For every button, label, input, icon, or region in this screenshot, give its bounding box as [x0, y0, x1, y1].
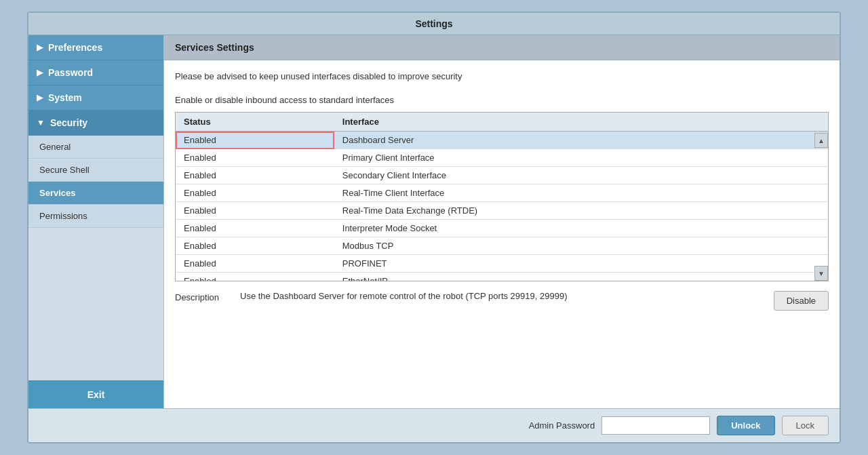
advisory-text: Please be advised to keep unused interfa…: [175, 71, 829, 81]
cell-status: Enabled: [176, 220, 334, 237]
lock-button[interactable]: Lock: [782, 416, 829, 435]
sidebar: ▶Preferences▶Password▶System▼SecurityGen…: [28, 35, 164, 408]
scroll-down-button[interactable]: ▼: [814, 266, 828, 281]
table-row[interactable]: EnabledInterpreter Mode Socket: [176, 220, 828, 237]
description-text: Use the Dashboard Server for remote cont…: [240, 291, 763, 301]
settings-window: Settings ▶Preferences▶Password▶System▼Se…: [27, 12, 841, 443]
cell-interface: Interpreter Mode Socket: [334, 220, 828, 237]
cell-status: Enabled: [176, 255, 334, 273]
arrow-icon: ▼: [37, 118, 45, 127]
sidebar-item-system[interactable]: ▶System: [28, 85, 163, 111]
unlock-button[interactable]: Unlock: [717, 416, 774, 435]
table-row[interactable]: EnabledReal-Time Data Exchange (RTDE): [176, 202, 828, 220]
interface-table: Status Interface EnabledDashboard Server…: [176, 113, 828, 281]
sidebar-subitem-general[interactable]: General: [28, 136, 163, 159]
sidebar-subitem-permissions[interactable]: Permissions: [28, 205, 163, 228]
disable-button[interactable]: Disable: [774, 291, 829, 311]
scroll-up-button[interactable]: ▲: [814, 133, 828, 148]
cell-interface: Modbus TCP: [334, 237, 828, 255]
main-body: Please be advised to keep unused interfa…: [164, 60, 840, 408]
cell-status: Enabled: [176, 132, 334, 149]
sidebar-subitem-secure-shell[interactable]: Secure Shell: [28, 159, 163, 182]
content-area: ▶Preferences▶Password▶System▼SecurityGen…: [28, 35, 840, 408]
cell-status: Enabled: [176, 184, 334, 202]
sidebar-subitem-services[interactable]: Services: [28, 182, 163, 205]
cell-status: Enabled: [176, 202, 334, 220]
sidebar-item-password[interactable]: ▶Password: [28, 60, 163, 85]
sidebar-item-preferences[interactable]: ▶Preferences: [28, 35, 163, 60]
footer: Admin Password Unlock Lock: [28, 408, 840, 442]
interface-table-container: Status Interface EnabledDashboard Server…: [175, 112, 829, 281]
sidebar-spacer: [28, 228, 163, 380]
table-row[interactable]: EnabledPrimary Client Interface: [176, 149, 828, 167]
cell-interface: Real-Time Data Exchange (RTDE): [334, 202, 828, 220]
title-bar: Settings: [28, 13, 840, 35]
section-header: Services Settings: [164, 35, 840, 60]
cell-status: Enabled: [176, 273, 334, 282]
arrow-icon: ▶: [37, 43, 43, 52]
cell-interface: Primary Client Interface: [334, 149, 828, 167]
table-row[interactable]: EnabledDashboard Server: [176, 132, 828, 149]
cell-interface: PROFINET: [334, 255, 828, 273]
arrow-icon: ▶: [37, 93, 43, 102]
description-row: Description Use the Dashboard Server for…: [175, 281, 829, 311]
cell-interface: Dashboard Server: [334, 132, 828, 149]
description-label: Description: [175, 291, 229, 302]
cell-interface: Real-Time Client Interface: [334, 184, 828, 202]
enable-text: Enable or disable inbound access to stan…: [175, 95, 829, 105]
cell-status: Enabled: [176, 149, 334, 167]
cell-interface: EtherNet/IP: [334, 273, 828, 282]
exit-button[interactable]: Exit: [28, 380, 163, 408]
sidebar-item-security[interactable]: ▼Security: [28, 111, 163, 136]
col-interface: Interface: [334, 113, 828, 132]
cell-status: Enabled: [176, 237, 334, 255]
table-row[interactable]: EnabledPROFINET: [176, 255, 828, 273]
password-label: Admin Password: [529, 420, 595, 431]
table-header-row: Status Interface: [176, 113, 828, 132]
table-row[interactable]: EnabledModbus TCP: [176, 237, 828, 255]
table-row[interactable]: EnabledEtherNet/IP: [176, 273, 828, 282]
cell-status: Enabled: [176, 167, 334, 184]
col-status: Status: [176, 113, 334, 132]
password-input[interactable]: [601, 416, 710, 435]
arrow-icon: ▶: [37, 68, 43, 77]
main-panel: Services Settings Please be advised to k…: [164, 35, 840, 408]
table-row[interactable]: EnabledReal-Time Client Interface: [176, 184, 828, 202]
window-title: Settings: [415, 18, 452, 29]
cell-interface: Secondary Client Interface: [334, 167, 828, 184]
table-row[interactable]: EnabledSecondary Client Interface: [176, 167, 828, 184]
